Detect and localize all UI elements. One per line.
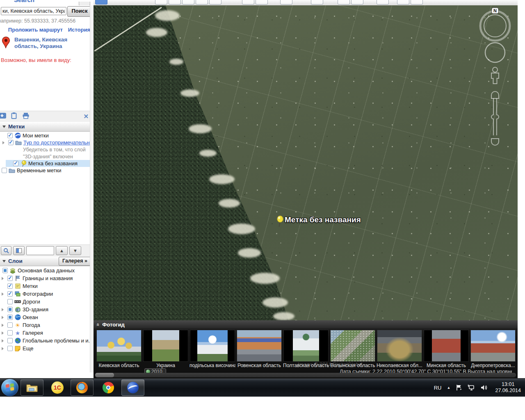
photo-thumbnail[interactable]	[377, 330, 422, 361]
network-icon[interactable]	[468, 384, 475, 391]
tree-item-placemark-selected[interactable]: Метка без названия	[6, 160, 94, 167]
layers-panel-header[interactable]: Слои Галерея »	[0, 256, 94, 266]
expander-icon[interactable]	[2, 277, 6, 280]
checkbox[interactable]	[2, 168, 7, 173]
toolbar-button-fragment[interactable]	[256, 0, 268, 5]
checkbox[interactable]	[7, 276, 13, 281]
photo-thumbnail[interactable]	[97, 330, 141, 361]
photo-thumbnail[interactable]	[190, 330, 235, 361]
photo-thumbnail[interactable]	[144, 330, 188, 361]
toolbar-button-fragment[interactable]	[338, 0, 350, 5]
search-input[interactable]	[1, 7, 66, 15]
expander-icon[interactable]	[2, 308, 6, 311]
toolbar-button-fragment[interactable]	[155, 0, 167, 5]
toolbar-button-fragment[interactable]	[280, 0, 292, 5]
checkbox[interactable]	[7, 315, 13, 320]
toolbar-button-fragment[interactable]	[411, 0, 423, 5]
expander-icon[interactable]	[2, 141, 7, 144]
layer-3d-buildings[interactable]: 3D-здания	[0, 306, 94, 313]
scrollbar-thumb[interactable]	[95, 373, 114, 377]
close-icon[interactable]: ✕	[83, 113, 89, 120]
checkbox[interactable]	[7, 291, 13, 297]
tree-item-my-places[interactable]: Мои метки	[0, 132, 94, 139]
photo-thumbnail[interactable]	[424, 330, 468, 361]
get-directions-link[interactable]: Проложить маршрут	[8, 27, 63, 33]
taskbar-google-earth-button[interactable]	[121, 379, 144, 396]
search-button[interactable]: Поиск	[67, 6, 92, 17]
checkbox[interactable]	[7, 283, 13, 289]
tour-link[interactable]: Тур по достопримечательнос	[23, 139, 94, 146]
taskbar-chrome-button[interactable]	[97, 379, 120, 396]
show-hidden-icons[interactable]: ▲	[447, 386, 451, 390]
taskbar-1c-button[interactable]: 1С	[46, 379, 69, 396]
layer-more[interactable]: Еще	[0, 345, 94, 352]
expander-icon[interactable]	[2, 324, 6, 327]
checkbox[interactable]	[13, 161, 18, 166]
checkbox[interactable]	[7, 322, 13, 328]
volume-icon[interactable]	[481, 384, 488, 391]
layer-roads[interactable]: Дороги	[0, 298, 94, 306]
start-button[interactable]	[1, 379, 18, 396]
language-indicator[interactable]: RU	[434, 385, 442, 391]
checkbox[interactable]	[7, 307, 13, 312]
photoguide-scrollbar[interactable]	[95, 373, 516, 377]
map-placemark[interactable]: Метка без названия	[276, 215, 361, 228]
checkbox[interactable]	[7, 330, 13, 336]
checkbox[interactable]	[7, 346, 13, 351]
toolbar-button-fragment[interactable]	[95, 0, 107, 5]
split-view-button[interactable]	[13, 246, 25, 255]
search-result-item[interactable]: Вишенки, Киевская область, Украина	[2, 37, 82, 50]
photoguide-header[interactable]: « Фотогид	[94, 320, 518, 329]
layer-weather[interactable]: ☀ Погода	[0, 321, 94, 329]
toolbar-button-fragment[interactable]	[209, 0, 221, 5]
toolbar-button-fragment[interactable]	[242, 0, 254, 5]
layer-photos[interactable]: Фотографии	[0, 290, 94, 298]
search-panel-header[interactable]: Search	[0, 0, 94, 6]
toolbar-button-fragment[interactable]	[377, 0, 389, 5]
taskbar-explorer-button[interactable]	[21, 379, 43, 396]
action-center-flag-icon[interactable]	[456, 384, 462, 391]
checkbox[interactable]	[2, 268, 8, 273]
history-link[interactable]: История	[68, 27, 90, 33]
layer-gallery[interactable]: ★ Галерея	[0, 329, 94, 337]
layer-labels[interactable]: Метки	[0, 282, 94, 290]
places-filter-input[interactable]	[26, 246, 54, 255]
map-view[interactable]: Метка без названия N	[94, 5, 518, 320]
next-result-button[interactable]: ▼	[69, 246, 81, 255]
tree-item-tour[interactable]: Тур по достопримечательнос	[0, 139, 94, 146]
toolbar-button-fragment[interactable]	[397, 0, 409, 5]
toolbar-button-fragment[interactable]	[169, 0, 181, 5]
photo-thumbnail[interactable]	[237, 330, 281, 361]
print-icon[interactable]	[22, 112, 30, 121]
toolbar-button-fragment[interactable]	[351, 0, 363, 5]
toolbar-button-fragment[interactable]	[196, 0, 208, 5]
photo-thumbnail[interactable]	[471, 330, 515, 361]
sidebar-scrollbar[interactable]	[90, 5, 94, 372]
checkbox[interactable]	[7, 299, 13, 304]
collapse-chevron-icon[interactable]: «	[95, 323, 101, 326]
layer-ocean[interactable]: Океан	[0, 313, 94, 321]
expander-icon[interactable]	[2, 347, 6, 350]
previous-result-button[interactable]: ▲	[56, 246, 68, 255]
taskbar-clock[interactable]: 13:01 27.06.2014	[495, 381, 521, 394]
expander-icon[interactable]	[2, 339, 6, 342]
expander-icon[interactable]	[2, 331, 6, 335]
gallery-button[interactable]: Галерея »	[59, 257, 91, 266]
search-places-button[interactable]	[1, 246, 11, 255]
expander-icon[interactable]	[2, 316, 6, 319]
toolbar-button-fragment[interactable]	[182, 0, 194, 5]
layer-primary-database[interactable]: Основная база данных	[0, 267, 94, 274]
import-icon[interactable]	[0, 112, 7, 121]
photo-thumbnail[interactable]	[331, 330, 375, 361]
expander-icon[interactable]	[2, 292, 6, 296]
layer-borders-labels[interactable]: Границы и названия	[0, 274, 94, 282]
checkbox[interactable]	[7, 133, 13, 138]
copy-icon[interactable]	[11, 112, 17, 121]
photo-thumbnail[interactable]	[284, 330, 328, 361]
checkbox[interactable]	[7, 338, 13, 343]
tree-item-temporary-places[interactable]: Временные метки	[0, 167, 94, 174]
places-panel-header[interactable]: Метки	[0, 121, 94, 132]
map-navigation-controls[interactable]: N	[470, 7, 515, 153]
checkbox[interactable]	[8, 140, 14, 145]
toolbar-button-fragment[interactable]	[311, 0, 323, 5]
